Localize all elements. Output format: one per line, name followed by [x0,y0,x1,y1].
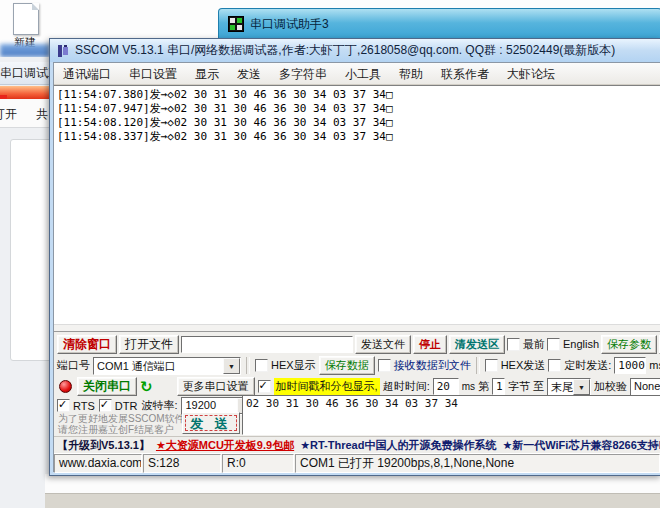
checkbox-box[interactable] [258,380,271,393]
ad-link-rtthread[interactable]: ★RT-Thread中国人的开源免费操作系统 [300,438,496,453]
ad-link-mcu-board[interactable]: ★大资源MCU开发板9.9包邮 [156,438,294,453]
status-port-info: COM1 已打开 19200bps,8,1,None,None [295,454,660,473]
controls-panel: 清除窗口 打开文件 发送文件 停止 清发送区 最前 English 保存参数 扩… [54,332,660,436]
checkbox-box[interactable] [485,359,498,372]
hex-send-label: HEX发送 [501,358,546,373]
menu-comm-port[interactable]: 通讯端口 [54,64,120,84]
row-port: 端口号 COM1 通信端口 ▼ HEX显示 保存数据 接收数据到文件 HEX发送… [57,356,660,375]
save-data-button[interactable]: 保存数据 [319,356,375,375]
ad-bar: 【升级到V5.13.1】 ★大资源MCU开发板9.9包邮 ★RT-Thread中… [54,436,660,453]
port-select[interactable]: COM1 通信端口 ▼ [93,357,241,375]
clear-send-area-button[interactable]: 清发送区 [449,335,505,354]
menu-help[interactable]: 帮助 [390,64,432,84]
timestamp-split-checkbox[interactable]: 加时间戳和分包显示, [258,378,380,395]
status-received-count: R:0 [222,454,294,473]
menu-forum[interactable]: 大虾论坛 [498,64,564,84]
terminal-line: [11:54:08.120]发→◇02 30 31 30 46 36 30 34… [57,116,660,130]
checksum-label: 加校验 [594,379,627,394]
port-select-value: COM1 通信端口 [94,358,223,374]
status-sent-count: S:128 [143,454,221,473]
menu-port-settings[interactable]: 串口设置 [120,64,186,84]
chevron-down-icon[interactable]: ▼ [573,379,590,395]
byte-from-input[interactable]: 1 [492,378,505,395]
receive-to-file-label: 接收数据到文件 [394,358,471,373]
more-port-settings-button[interactable]: 更多串口设置 [177,377,255,396]
close-port-button[interactable]: 关闭串口 [77,377,137,396]
timeout-unit-label: ms [462,381,475,392]
row-serial: 关闭串口 ↻ 更多串口设置 加时间戳和分包显示, 超时时间: 20 ms 第 1… [57,377,660,396]
ad-link-wifi-chip[interactable]: ★新一代WiFi芯片兼容8266支持RT-Thread [502,438,660,453]
baud-label: 波特率: [141,398,177,413]
hex-display-label: HEX显示 [271,358,316,373]
status-bar: www.daxia.com S:128 R:0 COM1 已打开 19200bp… [54,453,660,473]
clear-window-button[interactable]: 清除窗口 [57,335,117,354]
timed-send-checkbox[interactable]: 定时发送: [548,358,611,373]
row-file: 清除窗口 打开文件 发送文件 停止 清发送区 最前 English 保存参数 扩… [57,334,660,354]
separator [246,357,250,374]
checkbox-box[interactable] [378,359,391,372]
checkbox-box[interactable] [548,359,561,372]
menubar: 通讯端口 串口设置 显示 发送 多字符串 小工具 帮助 联系作者 大虾论坛 [54,63,660,85]
status-website: www.daxia.com [54,454,142,473]
file-path-input[interactable] [181,336,353,353]
checkbox-box[interactable] [547,338,560,351]
menu-contact-author[interactable]: 联系作者 [432,64,498,84]
save-params-button[interactable]: 保存参数 [601,335,657,354]
menu-multi-string[interactable]: 多字符串 [270,64,336,84]
rts-label: RTS [73,400,95,412]
timeout-label: 超时时间: [383,379,430,394]
checksum-select-value: None [631,379,660,395]
dtr-checkbox[interactable]: DTR [99,399,138,412]
terminal-line: [11:54:07.947]发→◇02 30 31 30 46 36 30 34… [57,102,660,116]
port-label: 端口号 [57,358,90,373]
rts-checkbox[interactable]: RTS [57,399,95,412]
receive-to-file-checkbox[interactable]: 接收数据到文件 [378,358,471,373]
send-data-input[interactable]: 02 30 31 30 46 36 30 34 03 37 34 [242,395,660,435]
menu-display[interactable]: 显示 [186,64,228,84]
checkbox-box[interactable] [99,399,112,412]
background-window-serial-tool[interactable]: 串口调试工 打开 共 [0,57,50,508]
hex-display-checkbox[interactable]: HEX显示 [255,358,316,373]
menu-send[interactable]: 发送 [228,64,270,84]
receive-terminal[interactable]: [11:54:07.380]发→◇02 30 31 30 46 36 30 34… [54,85,660,332]
menu-tools[interactable]: 小工具 [336,64,390,84]
checkbox-box[interactable] [255,359,268,372]
topmost-checkbox[interactable]: 最前 [507,337,545,352]
dtr-label: DTR [115,400,138,412]
checkbox-box[interactable] [57,399,70,412]
topmost-label: 最前 [523,337,545,352]
bg-left-title: 串口调试工 [0,62,49,85]
sscom-window: SSCOM V5.13.1 串口/网络数据调试器,作者:大虾丁丁,2618058… [49,38,660,476]
to-select[interactable]: 末尾 ▼ [547,378,591,396]
hex-send-checkbox[interactable]: HEX发送 [485,358,546,373]
open-file-button[interactable]: 打开文件 [119,335,179,354]
terminal-hscrollbar[interactable] [54,324,660,331]
chevron-down-icon[interactable]: ▼ [223,358,240,374]
timestamp-split-label: 加时间戳和分包显示, [274,378,380,395]
timed-send-label: 定时发送: [564,358,611,373]
send-button[interactable]: 发 送 [182,412,240,434]
byte-from-label: 第 [478,379,489,394]
port-status-led-icon [59,380,72,393]
stop-button[interactable]: 停止 [413,335,447,354]
bg-bottom-area [45,474,660,493]
promo-line2: 请您注册嘉立创F结尾客户 [58,424,185,435]
interval-unit-label: ms/次 [649,358,660,373]
english-checkbox[interactable]: English [547,338,599,351]
grid-app-icon [228,16,244,32]
english-label: English [563,338,599,350]
bg-left-highlight-strip [0,86,49,99]
checksum-select[interactable]: None ▼ [630,378,660,396]
timed-interval-input[interactable]: 1000 [614,357,646,374]
separator [476,357,480,374]
new-file-icon[interactable] [13,3,39,35]
send-file-button[interactable]: 发送文件 [355,335,411,354]
refresh-ports-icon[interactable]: ↻ [140,379,153,394]
to-label: 至 [533,379,544,394]
bg-left-open-button[interactable]: 打开 [0,106,17,123]
window-body: 通讯端口 串口设置 显示 发送 多字符串 小工具 帮助 联系作者 大虾论坛 [1… [53,62,660,472]
checkbox-box[interactable] [507,338,520,351]
bg-left-share-button[interactable]: 共 [36,106,48,123]
timeout-input[interactable]: 20 [433,378,459,395]
titlebar[interactable]: SSCOM V5.13.1 串口/网络数据调试器,作者:大虾丁丁,2618058… [50,39,660,62]
